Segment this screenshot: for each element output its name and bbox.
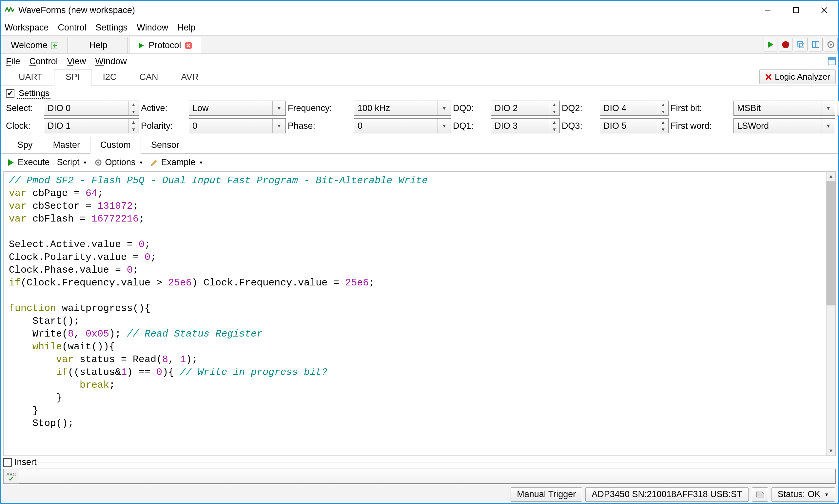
menu-control[interactable]: Control (58, 23, 87, 33)
frequency-select[interactable]: 100 kHz▾ (354, 101, 451, 116)
options-dropdown[interactable]: Options▼ (94, 157, 143, 167)
code-editor-wrap: // Pmod SF2 - Flash P5Q - Dual Input Fas… (3, 172, 836, 456)
svg-rect-14 (799, 43, 804, 48)
svg-marker-25 (8, 159, 14, 166)
instrument-menubar: File Control View Window (1, 54, 838, 69)
editor-scrollbar[interactable]: ▲ ▼ (826, 172, 835, 455)
maximize-pane-icon[interactable] (827, 57, 836, 66)
script-toolbar: Execute Script▼ Options▼ Example▼ (1, 154, 838, 172)
mtab-custom[interactable]: Custom (90, 137, 141, 154)
ptab-spi[interactable]: SPI (54, 69, 91, 86)
ptab-i2c[interactable]: I2C (91, 69, 128, 86)
dq1-label: DQ1: (453, 121, 489, 131)
insert-checkbox[interactable] (3, 458, 12, 467)
insert-label: Insert (14, 457, 37, 467)
svg-marker-7 (139, 43, 144, 48)
manual-trigger-button[interactable]: Manual Trigger (511, 487, 582, 502)
device-status[interactable]: ADP3450 SN:210018AFF318 USB:ST (585, 487, 748, 502)
mtab-spy[interactable]: Spy (7, 137, 43, 154)
status-ok[interactable]: Status: OK▼ (771, 487, 835, 502)
polarity-label: Polarity: (141, 121, 187, 131)
mode-tabs: Spy Master Custom Sensor (1, 137, 838, 154)
close-button[interactable] (810, 1, 838, 20)
abc-check-icon[interactable]: ABC✔ (3, 469, 19, 484)
settings-checkbox[interactable]: ✔ (6, 89, 14, 98)
sd-card-icon[interactable] (752, 487, 768, 502)
submenu-window[interactable]: Window (95, 56, 127, 67)
ptab-can[interactable]: CAN (128, 69, 170, 86)
insert-section: Insert ABC✔ (3, 457, 836, 484)
select-label: Select: (6, 103, 42, 113)
phase-label: Phase: (288, 121, 352, 131)
mtab-master[interactable]: Master (43, 137, 90, 154)
mtab-sensor[interactable]: Sensor (141, 137, 190, 154)
active-label: Active: (141, 103, 187, 113)
tab-welcome[interactable]: Welcome (2, 37, 68, 53)
main-menubar: Workspace Control Settings Window Help (1, 20, 838, 35)
play-icon (138, 42, 145, 49)
settings-row: ✔ Settings (1, 86, 838, 100)
submenu-control[interactable]: Control (30, 56, 58, 67)
tab-help-label: Help (89, 40, 107, 51)
settings-gear-icon[interactable] (824, 38, 838, 51)
svg-point-27 (97, 162, 99, 163)
execute-button[interactable]: Execute (6, 157, 50, 167)
tab-protocol[interactable]: Protocol (129, 37, 201, 53)
protocol-tabs: UART SPI I2C CAN AVR Logic Analyzer (1, 69, 838, 86)
tab-protocol-label: Protocol (148, 40, 181, 51)
logic-analyzer-button[interactable]: Logic Analyzer (760, 70, 836, 84)
script-dropdown[interactable]: Script▼ (57, 157, 88, 167)
status-bar: Manual Trigger ADP3450 SN:210018AFF318 U… (1, 485, 838, 503)
x-icon (765, 73, 772, 80)
phase-select[interactable]: 0▾ (354, 118, 451, 133)
select-input[interactable]: DIO 0▲▼ (44, 101, 139, 116)
menu-window[interactable]: Window (137, 23, 168, 33)
svg-marker-12 (782, 41, 789, 48)
tab-help[interactable]: Help (69, 37, 128, 53)
firstbit-select[interactable]: MSBit▾ (733, 101, 835, 116)
svg-point-18 (830, 43, 832, 46)
svg-rect-13 (798, 42, 802, 46)
stop-button[interactable] (779, 38, 792, 51)
polarity-select[interactable]: 0▾ (189, 118, 286, 133)
dq0-input[interactable]: DIO 2▲▼ (491, 101, 560, 116)
menu-help[interactable]: Help (177, 23, 196, 33)
frequency-label: Frequency: (288, 103, 352, 113)
windows-tile-icon[interactable] (809, 38, 823, 51)
plus-icon (51, 42, 59, 50)
menu-settings[interactable]: Settings (96, 23, 128, 33)
ptab-avr[interactable]: AVR (170, 69, 210, 86)
dq2-input[interactable]: DIO 4▲▼ (600, 101, 668, 116)
logic-analyzer-label: Logic Analyzer (775, 72, 830, 82)
dq3-label: DQ3: (562, 121, 598, 131)
ptab-uart[interactable]: UART (7, 69, 54, 86)
titlebar: WaveForms (new workspace) (1, 1, 838, 20)
windows-cascade-icon[interactable] (794, 38, 807, 51)
document-tabs: Welcome Help Protocol (1, 35, 838, 54)
insert-input[interactable] (19, 469, 836, 484)
example-dropdown[interactable]: Example▼ (150, 157, 203, 167)
params-gear-button[interactable] (837, 101, 839, 116)
close-tab-icon[interactable] (184, 42, 192, 50)
svg-line-28 (152, 161, 156, 165)
run-button[interactable] (764, 38, 778, 51)
pencil-icon (150, 159, 158, 166)
firstword-label: First word: (671, 121, 732, 131)
svg-rect-16 (816, 42, 819, 48)
spi-params: Select: DIO 0▲▼ Active: Low▾ Frequency: … (1, 100, 838, 137)
firstword-select[interactable]: LSWord▾ (733, 118, 835, 133)
gear-icon (94, 159, 102, 166)
svg-rect-15 (813, 42, 816, 48)
clock-input[interactable]: DIO 1▲▼ (44, 118, 139, 133)
settings-label[interactable]: Settings (17, 88, 51, 98)
dq3-input[interactable]: DIO 5▲▼ (600, 118, 668, 133)
submenu-view[interactable]: View (67, 56, 86, 67)
minimize-button[interactable] (754, 1, 782, 20)
dq1-input[interactable]: DIO 3▲▼ (491, 118, 560, 133)
maximize-button[interactable] (782, 1, 810, 20)
submenu-file[interactable]: File (6, 56, 20, 67)
code-editor[interactable]: // Pmod SF2 - Flash P5Q - Dual Input Fas… (4, 172, 826, 455)
menu-workspace[interactable]: Workspace (5, 23, 49, 33)
firstbit-label: First bit: (671, 103, 732, 113)
active-select[interactable]: Low▾ (189, 101, 286, 116)
